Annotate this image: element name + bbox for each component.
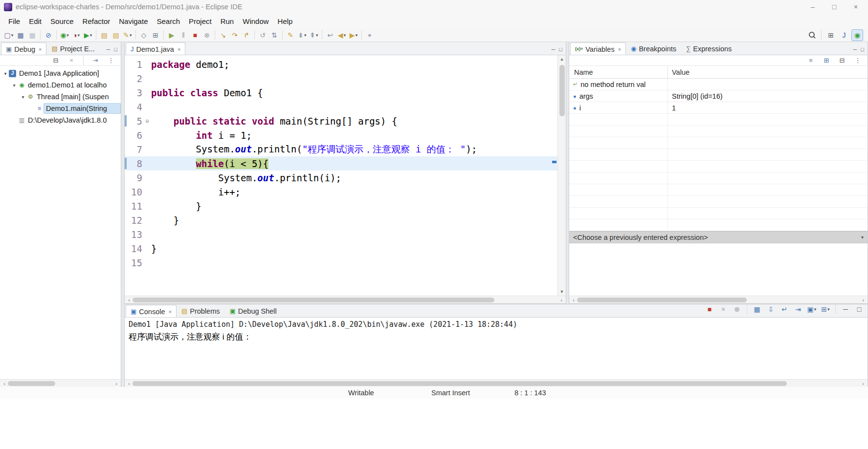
tab-console[interactable]: ▣Console× xyxy=(126,305,177,317)
dropdown-arrow-icon[interactable]: ▾ xyxy=(67,33,69,38)
word-wrap-button[interactable]: ↵ xyxy=(779,303,790,315)
expander-icon[interactable]: ▾ xyxy=(11,83,18,88)
back-button[interactable]: ◀▾ xyxy=(336,29,348,41)
code-line[interactable]: 9 System.out.println(i); xyxy=(125,171,566,185)
previous-annotation-button[interactable]: ⇞▾ xyxy=(308,29,320,41)
menu-help[interactable]: Help xyxy=(273,15,297,27)
scroll-right-icon[interactable]: › xyxy=(860,297,867,303)
minimize-view-button[interactable]: ─ xyxy=(551,46,556,53)
menu-source[interactable]: Source xyxy=(46,15,78,27)
dropdown-arrow-icon[interactable]: ▾ xyxy=(77,33,80,38)
code-line[interactable]: 2 xyxy=(125,71,566,86)
show-type-names-button[interactable]: ≡ xyxy=(805,55,817,66)
code-line[interactable]: 15 xyxy=(125,256,566,270)
search-button[interactable] xyxy=(806,29,818,41)
skip-all-breakpoints-button[interactable]: ⊘ xyxy=(43,29,54,41)
expression-prompt-bar[interactable]: <Choose a previously entered expression>… xyxy=(569,231,868,243)
dropdown-arrow-icon[interactable]: ▾ xyxy=(356,33,358,38)
variable-detail-pane[interactable] xyxy=(569,243,868,296)
collapse-all-button[interactable]: ⊟ xyxy=(50,55,62,66)
mark-occurrences-button[interactable]: ✎ xyxy=(285,29,296,41)
pin-debug-view-button[interactable]: ⇥ xyxy=(89,55,101,66)
menu-navigate[interactable]: Navigate xyxy=(114,15,152,27)
debug-tree-hscrollbar[interactable]: ‹ › xyxy=(0,379,121,387)
dropdown-arrow-icon[interactable]: ▾ xyxy=(827,307,830,312)
step-return-button[interactable]: ↱ xyxy=(241,29,252,41)
tab-debug-shell[interactable]: ▣Debug Shell xyxy=(224,304,281,317)
scroll-thumb[interactable] xyxy=(133,298,494,302)
console-hscrollbar[interactable]: ‹ › xyxy=(125,379,868,387)
variables-view-menu-button[interactable]: ⋮ xyxy=(852,55,864,66)
code-line[interactable]: 10 i++; xyxy=(125,185,566,199)
menu-run[interactable]: Run xyxy=(216,15,239,27)
tab-breakpoints[interactable]: ◉Breakpoints xyxy=(626,42,681,55)
java-application-node[interactable]: ▾JDemo1 [Java Application] xyxy=(0,67,121,79)
editor-body[interactable]: 1package demo1;23public class Demo1 {45⊖… xyxy=(125,55,566,296)
dropdown-arrow-icon[interactable]: ▾ xyxy=(344,33,346,38)
chevron-down-icon[interactable]: ▾ xyxy=(861,235,864,240)
minimize-console-button[interactable]: ─ xyxy=(840,303,851,315)
new-folder-button[interactable]: ▤ xyxy=(98,29,110,41)
code-line[interactable]: 12 } xyxy=(125,213,566,227)
variable-row[interactable]: ↵no method return val xyxy=(569,79,868,90)
scroll-lock-button[interactable]: ⇩ xyxy=(765,303,777,315)
expander-icon[interactable]: ▾ xyxy=(20,94,26,100)
scroll-thumb[interactable] xyxy=(8,381,55,386)
close-window-button[interactable]: × xyxy=(846,0,866,13)
scroll-left-icon[interactable]: ‹ xyxy=(126,381,133,386)
dropdown-arrow-icon[interactable]: ▾ xyxy=(316,33,318,38)
maximize-window-button[interactable]: □ xyxy=(824,0,845,13)
scroll-thumb[interactable] xyxy=(133,381,787,386)
scroll-up-icon[interactable]: ▲ xyxy=(560,55,564,63)
code-line[interactable]: 1package demo1; xyxy=(125,57,566,71)
debug-button[interactable]: ◉▾ xyxy=(59,29,70,41)
maximize-view-button[interactable]: □ xyxy=(113,46,118,53)
scroll-thumb[interactable] xyxy=(577,298,747,302)
drop-to-frame-button[interactable]: ↺ xyxy=(257,29,268,41)
minimize-window-button[interactable]: – xyxy=(802,0,823,13)
dropdown-arrow-icon[interactable]: ▾ xyxy=(11,33,14,38)
tab-demo1-java[interactable]: JDemo1.java× xyxy=(126,43,185,55)
jre-node[interactable]: ▥D:\Develop\Java\jdk1.8.0 xyxy=(0,114,121,126)
overview-ruler-current-line-marker[interactable] xyxy=(552,161,556,163)
java-perspective-button[interactable]: J xyxy=(838,29,850,41)
dropdown-arrow-icon[interactable]: ▾ xyxy=(90,33,92,38)
debug-target-node[interactable]: ▾◉demo1.Demo1 at localho xyxy=(0,79,121,91)
close-tab-icon[interactable]: × xyxy=(169,309,172,315)
dropdown-arrow-icon[interactable]: ▾ xyxy=(814,307,817,312)
terminate-button[interactable]: ■ xyxy=(189,29,201,41)
clear-console-button[interactable]: ▦ xyxy=(751,303,763,315)
debug-view-menu-button[interactable]: ⋮ xyxy=(105,55,117,66)
menu-search[interactable]: Search xyxy=(152,15,184,27)
thread-node[interactable]: ▾⚙Thread [main] (Suspen xyxy=(0,91,121,103)
code-line[interactable]: 4 xyxy=(125,100,566,114)
code-line[interactable]: 14} xyxy=(125,241,566,256)
code-line[interactable]: 3public class Demo1 { xyxy=(125,86,566,100)
code-line[interactable]: 11 } xyxy=(125,199,566,213)
column-header-name[interactable]: Name xyxy=(569,66,668,78)
maximize-view-button[interactable]: □ xyxy=(558,46,563,53)
remove-all-launches-button[interactable]: ⊗ xyxy=(731,303,743,315)
forward-button[interactable]: ▶▾ xyxy=(348,29,359,41)
last-edit-location-button[interactable]: ↩ xyxy=(324,29,336,41)
minimize-view-button[interactable]: ─ xyxy=(106,46,111,53)
use-step-filters-button[interactable]: ⇅ xyxy=(268,29,280,41)
maximize-console-button[interactable]: □ xyxy=(853,303,865,315)
pin-editor-button[interactable]: ⌖ xyxy=(364,29,376,41)
expander-icon[interactable]: ▾ xyxy=(2,71,9,76)
close-tab-icon[interactable]: × xyxy=(618,46,621,52)
tab-variables[interactable]: (x)=Variables× xyxy=(570,43,626,55)
scroll-right-icon[interactable]: › xyxy=(860,381,867,386)
minimize-view-button[interactable]: ─ xyxy=(852,46,858,53)
console-body[interactable]: Demo1 [Java Application] D:\Develop\Java… xyxy=(125,318,868,379)
open-resource-button[interactable]: ⊞ xyxy=(150,29,161,41)
next-annotation-button[interactable]: ⇟▾ xyxy=(296,29,308,41)
menu-window[interactable]: Window xyxy=(238,15,273,27)
save-button[interactable]: ▦ xyxy=(15,29,26,41)
coverage-button[interactable]: ◑▾ xyxy=(70,29,82,41)
step-into-button[interactable]: ↘ xyxy=(217,29,229,41)
step-over-button[interactable]: ↷ xyxy=(229,29,241,41)
tab-problems[interactable]: ▤Problems xyxy=(177,304,225,317)
variable-row[interactable]: ●argsString[0] (id=16) xyxy=(569,90,868,102)
open-perspective-button[interactable]: ⊞ xyxy=(825,29,837,41)
